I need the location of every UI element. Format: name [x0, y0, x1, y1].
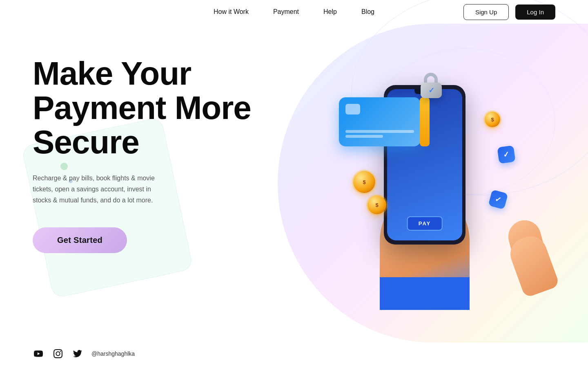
- signup-button[interactable]: Sign Up: [463, 4, 509, 20]
- check-badge-2: ✓: [497, 145, 515, 164]
- coin-2: $: [368, 195, 386, 214]
- coin-1-symbol: $: [363, 179, 365, 185]
- lock-icon: ✓: [421, 73, 442, 98]
- nav-payment[interactable]: Payment: [273, 8, 299, 16]
- hero-subtitle: Recharge & pay bills, book flights & mov…: [33, 173, 155, 206]
- coin-1: $: [353, 171, 375, 193]
- check-badge-1: ✓: [488, 190, 508, 210]
- nav-actions: Sign Up Log In: [463, 4, 555, 20]
- twitter-icon[interactable]: [72, 349, 83, 358]
- hero-title-line3: Secure: [33, 124, 139, 160]
- hero-illustration: ✓ $ $ $ ✓ ✓: [278, 24, 588, 343]
- instagram-icon[interactable]: [52, 349, 64, 358]
- card-line-2: [345, 135, 383, 138]
- get-started-button[interactable]: Get Started: [33, 227, 127, 253]
- coin-3: $: [485, 112, 500, 127]
- card-yellow-strip: [420, 97, 430, 146]
- hand-sleeve: [380, 277, 470, 310]
- hero-title: Make Your Payment More Secure: [33, 56, 251, 159]
- card-chip: [345, 104, 360, 114]
- nav-how-it-work[interactable]: How it Work: [214, 8, 249, 16]
- hero-content: Make Your Payment More Secure Recharge &…: [33, 56, 251, 253]
- pay-button-label: PAY: [407, 216, 443, 231]
- footer-social: @harshghaghlka: [33, 349, 135, 358]
- credit-card: [339, 97, 421, 146]
- card-lines: [345, 130, 414, 140]
- youtube-icon[interactable]: [33, 349, 44, 358]
- lock-body: ✓: [421, 83, 442, 98]
- hero-section: Make Your Payment More Secure Recharge &…: [0, 24, 588, 355]
- illustration-wrapper: ✓ $ $ $ ✓ ✓: [331, 65, 535, 310]
- hero-title-line2: Payment More: [33, 90, 251, 126]
- nav-blog[interactable]: Blog: [361, 8, 374, 16]
- navbar: How it Work Payment Help Blog Sign Up Lo…: [0, 0, 588, 24]
- coin-3-symbol: $: [491, 117, 494, 123]
- youtube-svg: [34, 349, 43, 358]
- social-handle: @harshghaghlka: [91, 350, 135, 357]
- twitter-svg: [73, 349, 82, 358]
- login-button[interactable]: Log In: [515, 4, 555, 20]
- card-line-1: [345, 130, 414, 133]
- lock-shackle: [424, 73, 438, 83]
- coin-2-symbol: $: [375, 202, 378, 208]
- nav-help[interactable]: Help: [323, 8, 337, 16]
- instagram-svg: [53, 349, 62, 358]
- hero-title-line1: Make Your: [33, 55, 191, 92]
